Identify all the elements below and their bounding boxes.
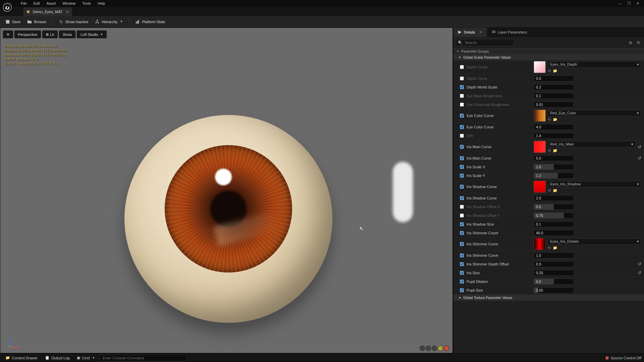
asset-dropdown[interactable]: Eyes_Iris_Shadow▾ <box>548 181 641 187</box>
param-checkbox[interactable] <box>460 185 464 189</box>
param-checkbox[interactable] <box>460 145 464 149</box>
grid-view-button[interactable]: ⊞ <box>627 40 633 46</box>
param-checkbox[interactable] <box>460 288 464 292</box>
reset-button[interactable]: ↺ <box>638 144 641 149</box>
param-checkbox[interactable] <box>460 231 464 235</box>
loft-studio-button[interactable]: Loft Studio▼ <box>77 31 107 38</box>
asset-dropdown[interactable]: Eyes_Iris_Depth▾ <box>548 61 641 68</box>
numeric-input[interactable]: 1.0 <box>534 164 574 170</box>
use-selected-icon[interactable]: ⟲ <box>548 246 551 250</box>
lit-button[interactable]: Lit <box>42 31 58 38</box>
close-button[interactable]: ✕ <box>635 1 640 6</box>
param-checkbox[interactable] <box>460 174 464 178</box>
menu-window[interactable]: Window <box>59 1 79 6</box>
param-checkbox[interactable] <box>460 94 464 98</box>
save-button[interactable]: Save <box>3 18 23 25</box>
asset-swatch[interactable] <box>534 141 546 153</box>
browse-asset-icon[interactable]: 📁 <box>553 117 557 122</box>
param-checkbox[interactable] <box>460 165 464 169</box>
viewport-mode-5[interactable] <box>444 346 449 351</box>
search-input[interactable] <box>456 39 514 46</box>
viewport-mode-1[interactable] <box>420 346 425 351</box>
param-checkbox[interactable] <box>460 125 464 129</box>
cmd-button[interactable]: ▣ Cmd ▼ <box>74 355 97 361</box>
param-checkbox[interactable] <box>460 214 464 218</box>
numeric-input[interactable]: 0.2 <box>534 84 574 90</box>
asset-swatch[interactable] <box>534 238 546 250</box>
viewport-options-button[interactable] <box>3 31 13 38</box>
asset-dropdown[interactable]: Red_Iris_Main▾ <box>548 141 636 147</box>
menu-file[interactable]: File <box>17 1 30 6</box>
param-checkbox[interactable] <box>460 85 464 89</box>
console-input[interactable] <box>100 355 187 361</box>
param-checkbox[interactable] <box>460 205 464 209</box>
reset-button[interactable]: ↺ <box>638 270 641 275</box>
param-checkbox[interactable] <box>460 222 464 226</box>
parameter-list[interactable]: Depth Curve Eyes_Iris_Depth▾ ⟲📁 Depth Cu… <box>453 60 644 353</box>
browse-asset-icon[interactable]: 📁 <box>553 69 557 73</box>
document-tab[interactable]: Demo_Eyes_MAT ✕ <box>23 7 72 16</box>
numeric-input[interactable]: 0.75 <box>534 213 574 219</box>
asset-dropdown[interactable]: Red_Eye_Color▾ <box>548 110 641 116</box>
numeric-input[interactable]: 2.0 <box>534 195 574 201</box>
use-selected-icon[interactable]: ⟲ <box>548 148 551 153</box>
browse-asset-icon[interactable]: 📁 <box>553 148 557 153</box>
param-checkbox[interactable] <box>460 114 464 118</box>
asset-swatch[interactable] <box>534 61 546 73</box>
numeric-input[interactable]: 0.0 <box>534 75 574 81</box>
numeric-input[interactable]: 1.2 <box>534 173 574 179</box>
minimize-button[interactable]: — <box>618 1 623 6</box>
param-checkbox[interactable] <box>460 196 464 200</box>
numeric-input[interactable]: 0.25 <box>534 270 574 276</box>
tab-close-button[interactable]: ✕ <box>66 10 69 14</box>
param-checkbox[interactable] <box>460 76 464 80</box>
reset-button[interactable]: ↺ <box>638 261 641 266</box>
use-selected-icon[interactable]: ⟲ <box>548 188 551 193</box>
numeric-input[interactable]: 5.0 <box>534 155 574 161</box>
viewport-mode-2[interactable] <box>426 346 431 351</box>
app-logo[interactable] <box>1 1 14 14</box>
numeric-input[interactable]: 40.0 <box>534 230 574 236</box>
tab-layer-parameters[interactable]: Layer Parameters <box>487 27 532 37</box>
use-selected-icon[interactable]: ⟲ <box>548 117 551 122</box>
menu-tools[interactable]: Tools <box>79 1 94 6</box>
numeric-input[interactable]: 1.4 <box>534 133 574 139</box>
menu-edit[interactable]: Edit <box>30 1 43 6</box>
parameter-groups-header[interactable]: ▼Parameter Groups <box>453 48 644 54</box>
asset-dropdown[interactable]: Eyes_Iris_Details▾ <box>548 238 641 245</box>
reset-button[interactable]: ↺ <box>638 156 641 161</box>
param-checkbox[interactable] <box>460 242 464 246</box>
use-selected-icon[interactable]: ⟲ <box>548 69 551 73</box>
param-checkbox[interactable] <box>460 280 464 284</box>
numeric-input[interactable]: 0.01 <box>534 102 574 108</box>
browse-button[interactable]: Browse <box>24 18 49 25</box>
source-control-button[interactable]: Source Control Off <box>605 356 641 360</box>
browse-asset-icon[interactable]: 📁 <box>553 188 557 193</box>
hierarchy-button[interactable]: Hierarchy▼ <box>92 18 125 25</box>
numeric-input[interactable]: 1.0 <box>534 252 574 258</box>
param-checkbox[interactable] <box>460 253 464 257</box>
output-log-button[interactable]: 📋 Output Log <box>42 355 72 361</box>
numeric-input[interactable]: 0.1 <box>534 221 574 227</box>
show-button[interactable]: Show <box>59 31 76 38</box>
param-checkbox[interactable] <box>460 103 464 107</box>
param-checkbox[interactable] <box>460 271 464 275</box>
viewport-mode-3[interactable] <box>432 346 437 351</box>
show-inactive-button[interactable]: Show Inactive <box>56 18 91 25</box>
settings-button[interactable]: ⚙ <box>635 40 641 46</box>
numeric-input[interactable]: 0.05 <box>534 287 574 293</box>
param-checkbox[interactable] <box>460 156 464 160</box>
viewport-mode-4[interactable] <box>438 346 443 351</box>
menu-help[interactable]: Help <box>94 1 109 6</box>
numeric-input[interactable]: 0.0 <box>534 279 574 285</box>
browse-asset-icon[interactable]: 📁 <box>553 246 557 250</box>
global-scalar-header[interactable]: ▼Global Scalar Parameter Values <box>453 54 644 60</box>
platform-stats-button[interactable]: Platform Stats <box>132 18 168 25</box>
axis-gizmo[interactable] <box>7 336 20 349</box>
content-drawer-button[interactable]: 📁 Content Drawer <box>3 355 40 361</box>
numeric-input[interactable]: 4.0 <box>534 124 574 130</box>
numeric-input[interactable]: 0.9 <box>534 261 574 267</box>
numeric-input[interactable]: 0.1 <box>534 93 574 99</box>
param-checkbox[interactable] <box>460 262 464 266</box>
param-checkbox[interactable] <box>460 65 464 69</box>
